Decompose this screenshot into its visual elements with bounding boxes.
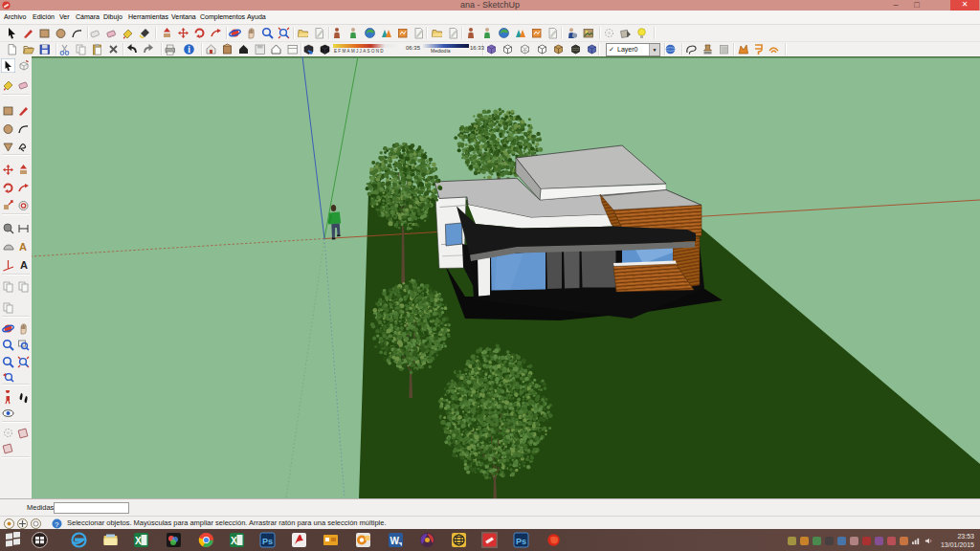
svg-text:Ps: Ps bbox=[516, 537, 526, 546]
svg-text:W: W bbox=[390, 536, 400, 546]
svg-text:Ps: Ps bbox=[262, 537, 273, 546]
svg-text:?: ? bbox=[55, 520, 59, 529]
svg-text:A: A bbox=[19, 241, 27, 253]
svg-text:i: i bbox=[188, 45, 190, 55]
svg-text:X: X bbox=[135, 536, 142, 546]
svg-text:X: X bbox=[231, 536, 237, 546]
svg-text:A: A bbox=[20, 259, 28, 271]
